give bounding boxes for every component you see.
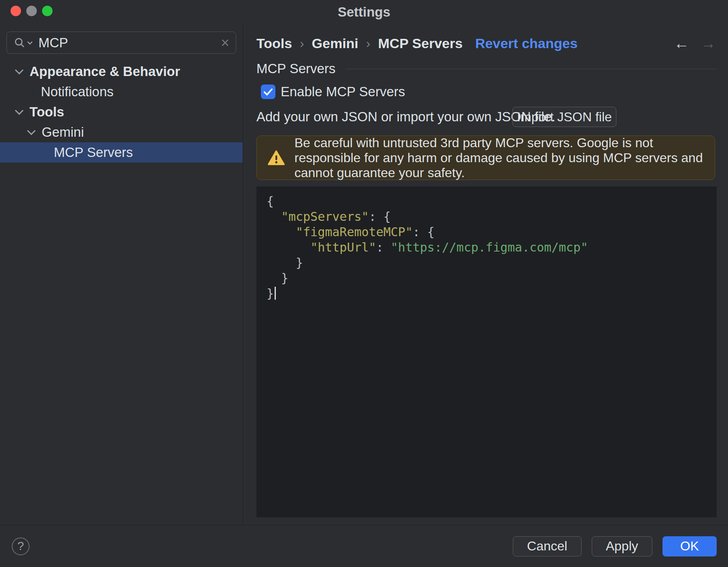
warning-icon — [267, 150, 285, 166]
text-caret — [275, 287, 276, 300]
code-line: } — [267, 271, 707, 286]
sidebar-item-tools[interactable]: Tools — [0, 102, 243, 122]
import-json-text: Add your own JSON or import your own JSO… — [256, 109, 555, 125]
section-header: MCP Servers — [256, 61, 717, 77]
sidebar-item-label: Appearance & Behavior — [30, 64, 180, 79]
clear-search-icon[interactable]: × — [217, 36, 229, 50]
chevron-down-icon[interactable] — [15, 106, 23, 114]
window-title: Settings — [0, 4, 728, 20]
breadcrumb-separator: › — [300, 36, 304, 51]
enable-mcp-row: Enable MCP Servers — [261, 84, 405, 100]
section-divider — [345, 69, 717, 69]
warning-banner: Be careful with untrusted 3rd party MCP … — [256, 135, 715, 180]
enable-mcp-checkbox[interactable] — [261, 85, 275, 99]
breadcrumb-item-tools[interactable]: Tools — [256, 36, 292, 51]
breadcrumb-item-mcp-servers[interactable]: MCP Servers — [378, 36, 463, 51]
code-line: "httpUrl": "https://mcp.figma.com/mcp" — [267, 240, 707, 255]
section-title: MCP Servers — [256, 61, 336, 76]
cancel-button[interactable]: Cancel — [513, 536, 582, 556]
enable-mcp-label: Enable MCP Servers — [281, 84, 405, 99]
dialog-actions: Cancel Apply OK — [513, 536, 717, 556]
sidebar-item-gemini[interactable]: Gemini — [0, 122, 243, 142]
footer-bar: ? Cancel Apply OK — [0, 525, 728, 567]
code-line: } — [267, 286, 707, 301]
titlebar: Settings — [0, 0, 728, 22]
sidebar-item-label: MCP Servers — [54, 145, 133, 160]
settings-tree: Appearance & Behavior Notifications Tool… — [0, 61, 243, 163]
code-line: "mcpServers": { — [267, 209, 707, 224]
json-editor[interactable]: { "mcpServers": { "figmaRemoteMCP": { "h… — [256, 186, 717, 517]
breadcrumb-item-gemini[interactable]: Gemini — [312, 36, 358, 51]
revert-changes-link[interactable]: Revert changes — [475, 36, 578, 51]
settings-window: Settings × Appearance & Behavior — [0, 0, 728, 567]
back-arrow-icon[interactable]: ← — [674, 36, 689, 51]
search-icon[interactable] — [13, 36, 33, 49]
sidebar-item-appearance-behavior[interactable]: Appearance & Behavior — [0, 61, 243, 82]
code-line: "figmaRemoteMCP": { — [267, 224, 707, 240]
sidebar-item-notifications[interactable]: Notifications — [0, 82, 243, 102]
forward-arrow-icon: → — [700, 36, 716, 51]
sidebar-item-label: Gemini — [42, 125, 84, 140]
help-icon[interactable]: ? — [12, 537, 30, 555]
breadcrumb: Tools › Gemini › MCP Servers Revert chan… — [256, 35, 578, 52]
ok-button[interactable]: OK — [662, 536, 717, 556]
import-json-file-button[interactable]: Import JSON file — [512, 107, 616, 127]
chevron-down-icon — [27, 41, 33, 45]
chevron-down-icon[interactable] — [27, 126, 36, 135]
chevron-down-icon[interactable] — [15, 66, 23, 74]
check-icon — [261, 85, 275, 99]
warning-text: Be careful with untrusted 3rd party MCP … — [294, 135, 704, 180]
code-line: } — [267, 255, 707, 271]
code-line: { — [267, 194, 707, 209]
history-navigation: ← → — [674, 36, 716, 51]
search-input[interactable] — [38, 35, 217, 51]
breadcrumb-separator: › — [366, 36, 370, 51]
apply-button[interactable]: Apply — [592, 536, 652, 556]
json-editor-content: { "mcpServers": { "figmaRemoteMCP": { "h… — [267, 194, 707, 301]
sidebar-item-label: Tools — [30, 104, 64, 120]
sidebar-item-mcp-servers[interactable]: MCP Servers — [0, 142, 243, 163]
settings-search-field[interactable]: × — [6, 32, 236, 54]
settings-sidebar: × Appearance & Behavior Notifications To… — [0, 22, 243, 525]
sidebar-item-label: Notifications — [41, 84, 114, 99]
